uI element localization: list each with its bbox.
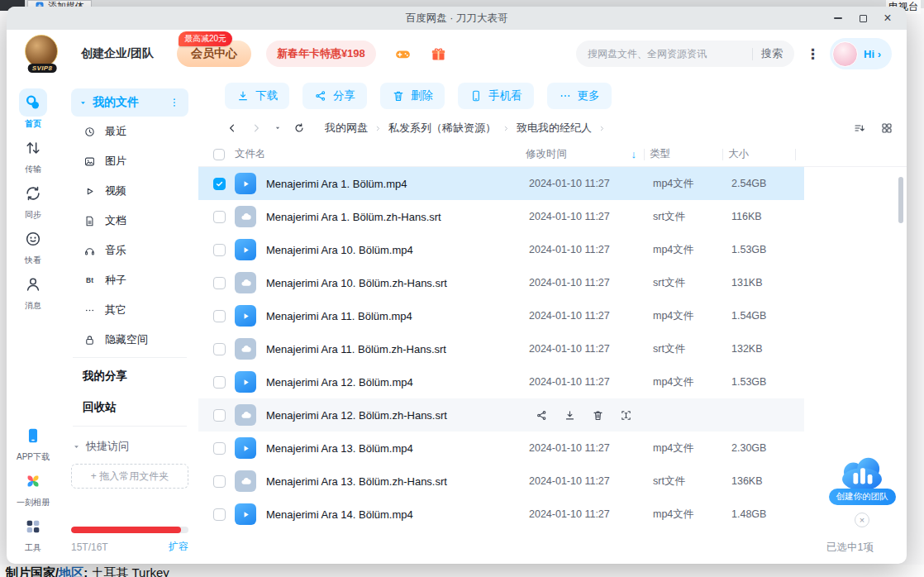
row-checkbox[interactable] [213, 178, 226, 190]
rail-item-transfer[interactable]: 传输 [19, 134, 47, 177]
close-button[interactable]: × [875, 8, 900, 28]
nav-item-label: 音乐 [105, 243, 126, 258]
column-header-name[interactable]: 文件名 [235, 147, 526, 161]
window-titlebar[interactable]: 百度网盘 · 刀刀大表哥 × [7, 7, 907, 30]
refresh-icon[interactable] [293, 122, 305, 134]
search-input[interactable] [588, 48, 747, 60]
delete-icon [392, 89, 405, 103]
nav-quick-access[interactable]: 快捷访问 [73, 439, 188, 454]
search-button[interactable]: 搜索 [761, 46, 789, 61]
row-checkbox[interactable] [213, 376, 226, 389]
nav-my-files[interactable]: 我的文件 [71, 88, 188, 117]
nav-item-dots[interactable]: 其它 [71, 295, 188, 325]
new-year-promo-button[interactable]: 新春年卡特惠¥198 [266, 41, 376, 67]
rail-item-kuaikan[interactable]: 快看 [19, 225, 47, 268]
breadcrumb-item[interactable]: 我的网盘 [325, 121, 368, 136]
game-controller-icon[interactable] [394, 45, 412, 63]
row-checkbox[interactable] [213, 508, 226, 521]
row-checkbox[interactable] [213, 244, 226, 256]
nav-recycle-bin[interactable]: 回收站 [71, 392, 188, 423]
nav-panel: 我的文件 最近图片视频文档音乐Bt种子其它隐藏空间 我的分享 回收站 快捷访问 … [60, 78, 198, 564]
table-row[interactable]: Menajerimi Ara 12. Bölüm.zh-Hans.srt [198, 398, 804, 432]
table-row[interactable]: Menajerimi Ara 11. Bölüm.zh-Hans.srt2024… [198, 332, 804, 365]
table-row[interactable]: Menajerimi Ara 11. Bölüm.mp42024-01-10 1… [198, 299, 804, 332]
user-avatar[interactable]: SVIP8 [25, 35, 60, 73]
column-header-size[interactable]: 大小 [728, 147, 801, 161]
history-caret-icon[interactable] [274, 125, 281, 131]
more-menu-icon[interactable]: ⋮ [806, 45, 820, 63]
team-promo-button[interactable]: 创建你的团队 [829, 489, 896, 505]
breadcrumb-item[interactable]: 私发系列（稀缺资源） [388, 121, 496, 136]
row-checkbox[interactable] [213, 277, 226, 289]
background-page-text: 制片国家/地区: 土耳其 Turkey [0, 565, 924, 577]
view-grid-icon[interactable] [880, 122, 893, 135]
maximize-button[interactable] [850, 8, 875, 28]
nav-item-bt[interactable]: Bt种子 [71, 265, 188, 295]
nav-item-doc[interactable]: 文档 [71, 206, 188, 236]
gift-icon[interactable] [430, 45, 447, 63]
row-rename-icon[interactable] [620, 409, 632, 422]
drop-folder-button[interactable]: + 拖入常用文件夹 [71, 464, 188, 489]
toolbar-share-button[interactable]: 分享 [302, 83, 367, 109]
row-checkbox[interactable] [213, 442, 226, 455]
row-checkbox[interactable] [213, 310, 226, 322]
rail-item-home[interactable]: 首页 [19, 88, 47, 131]
toolbar-button-label: 更多 [578, 88, 600, 103]
file-size: 1.48GB [731, 508, 804, 520]
rail-item-app-download[interactable]: APP下载 [17, 422, 50, 465]
column-header-time[interactable]: 修改时间 ↓ [526, 147, 650, 161]
row-checkbox[interactable] [213, 343, 226, 355]
row-checkbox[interactable] [213, 211, 226, 223]
toolbar-more-button[interactable]: 更多 [547, 83, 612, 109]
select-all-checkbox[interactable] [213, 149, 225, 160]
nav-item-image[interactable]: 图片 [71, 146, 188, 176]
sort-icon[interactable] [853, 122, 866, 135]
avatar-image [25, 35, 58, 68]
nav-item-video[interactable]: 视频 [71, 176, 188, 206]
rail-item-tools[interactable]: 工具 [19, 513, 47, 556]
row-delete-icon[interactable] [592, 409, 604, 422]
table-row[interactable]: Menajerimi Ara 1. Bölüm.mp42024-01-10 11… [198, 167, 804, 200]
expand-storage-link[interactable]: 扩容 [169, 540, 188, 554]
rail-item-message[interactable]: 消息 [19, 270, 47, 313]
toolbar-delete-button[interactable]: 删除 [380, 83, 445, 109]
table-row[interactable]: Menajerimi Ara 13. Bölüm.mp42024-01-10 1… [198, 432, 804, 465]
team-cloud-icon[interactable] [836, 455, 888, 493]
video-icon [83, 185, 96, 198]
kebab-icon[interactable] [169, 97, 180, 108]
file-modified-time: 2024-01-10 11:27 [529, 508, 653, 520]
rail-item-album[interactable]: 一刻相册 [17, 467, 50, 510]
table-row[interactable]: Menajerimi Ara 1. Bölüm.zh-Hans.srt2024-… [198, 200, 804, 233]
nav-item-music[interactable]: 音乐 [71, 236, 188, 265]
create-team-link[interactable]: 创建企业/团队 [81, 46, 154, 61]
row-share-icon[interactable] [536, 409, 548, 422]
table-row[interactable]: Menajerimi Ara 10. Bölüm.zh-Hans.srt2024… [198, 266, 804, 299]
rail-item-sync[interactable]: 同步 [19, 179, 47, 222]
nav-item-clock[interactable]: 最近 [71, 117, 188, 146]
table-row[interactable]: Menajerimi Ara 13. Bölüm.zh-Hans.srt2024… [198, 465, 804, 498]
table-header: 文件名 修改时间 ↓ 类型 大小 [198, 142, 907, 167]
row-download-icon[interactable] [564, 409, 576, 422]
column-header-type[interactable]: 类型 [650, 147, 728, 161]
nav-my-share[interactable]: 我的分享 [71, 360, 188, 392]
forward-icon[interactable] [250, 122, 262, 134]
toolbar-download-button[interactable]: 下载 [225, 83, 289, 109]
toolbar-phone-button[interactable]: 手机看 [458, 83, 534, 109]
promo-close-icon[interactable]: × [855, 513, 869, 527]
assistant-pill[interactable]: Hi › [830, 38, 892, 69]
table-row[interactable]: Menajerimi Ara 12. Bölüm.mp42024-01-10 1… [198, 365, 804, 398]
region-link[interactable]: 地区 [59, 565, 83, 577]
minimize-button[interactable] [826, 8, 850, 28]
scrollbar-thumb[interactable] [898, 177, 903, 223]
kuaikan-icon [19, 225, 47, 253]
nav-item-lock[interactable]: 隐藏空间 [71, 325, 188, 355]
breadcrumb-item[interactable]: 致电我的经纪人 [517, 121, 592, 136]
row-checkbox[interactable] [213, 409, 226, 422]
toolbar-button-label: 分享 [333, 88, 355, 103]
back-icon[interactable] [226, 122, 238, 134]
row-checkbox[interactable] [213, 475, 226, 488]
table-row[interactable]: Menajerimi Ara 10. Bölüm.mp42024-01-10 1… [198, 233, 804, 266]
vip-center-button[interactable]: 会员中心 最高减20元 [177, 41, 251, 67]
table-row[interactable]: Menajerimi Ara 14. Bölüm.mp42024-01-10 1… [198, 498, 804, 531]
file-type: mp4文件 [653, 177, 731, 191]
